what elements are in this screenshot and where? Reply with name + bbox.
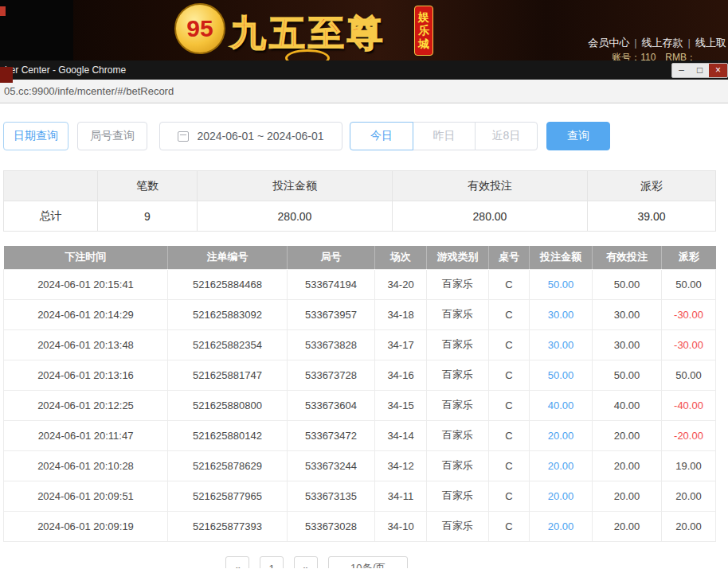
last8days-button[interactable]: 近8日: [475, 122, 538, 150]
table-header-cell: 桌号: [489, 246, 530, 269]
cell-time: 2024-06-01 20:13:48: [4, 329, 168, 360]
today-button[interactable]: 今日: [350, 122, 413, 150]
cell-time: 2024-06-01 20:13:16: [4, 360, 168, 390]
summary-header-valid: 有效投注: [393, 171, 588, 201]
cell-amount[interactable]: 20.00: [530, 511, 593, 541]
maximize-button[interactable]: □: [691, 64, 709, 77]
cell-round: 533673957: [288, 299, 375, 329]
table-row: 2024-06-01 20:09:51521625877965533673135…: [4, 481, 716, 511]
cell-amount[interactable]: 30.00: [530, 299, 593, 329]
table-header-cell: 派彩: [662, 246, 716, 269]
cell-amount[interactable]: 20.00: [530, 481, 593, 511]
cell-amount[interactable]: 50.00: [530, 360, 593, 390]
nav-member-center[interactable]: 会员中心: [588, 37, 629, 49]
cell-payout: 50.00: [662, 269, 716, 299]
window-controls: – □ ×: [671, 63, 728, 78]
cell-bet_id: 521625877393: [168, 511, 288, 541]
round-query-button[interactable]: 局号查询: [77, 122, 147, 150]
table-header-cell: 投注金额: [530, 246, 593, 269]
summary-total-label: 总计: [4, 201, 98, 232]
site-logo-badge: 娱乐城: [414, 6, 433, 56]
cell-game: 百家乐: [427, 269, 489, 299]
cell-session: 34-17: [375, 329, 427, 360]
header-nav: 会员中心|线上存款|线上取: [588, 36, 726, 50]
casino-header: 95 九五至尊 娱乐城 会员中心|线上存款|线上取 账号：110 RMB：: [0, 0, 728, 62]
summary-total-row: 总计 9 280.00 280.00 39.00: [4, 201, 716, 232]
cell-bet_id: 521625880800: [168, 390, 288, 420]
page-size-select[interactable]: 10条/页: [328, 556, 408, 568]
cell-session: 34-11: [375, 481, 427, 511]
summary-header-amount: 投注金额: [198, 171, 393, 201]
cell-valid: 30.00: [593, 299, 662, 329]
table-row: 2024-06-01 20:14:29521625883092533673957…: [4, 299, 716, 329]
cell-payout: 19.00: [662, 450, 716, 481]
cell-amount[interactable]: 40.00: [530, 390, 593, 420]
nav-deposit[interactable]: 线上存款: [642, 37, 683, 49]
cell-table_no: C: [489, 299, 530, 329]
cell-round: 533673028: [288, 511, 375, 541]
window-title-bar[interactable]: ber Center - Google Chrome – □ ×: [0, 60, 728, 80]
cell-bet_id: 521625877965: [168, 481, 288, 511]
header-left-panel: [0, 0, 73, 62]
quick-range-group: 今日 昨日 近8日: [350, 122, 538, 150]
cell-session: 34-18: [375, 299, 427, 329]
cell-bet_id: 521625878629: [168, 450, 288, 481]
url-text: 05.cc:9900/infe/mcenter/#/betRecord: [4, 85, 174, 97]
minimize-button[interactable]: –: [672, 64, 691, 77]
cell-payout: -30.00: [662, 299, 716, 329]
cell-session: 34-12: [375, 450, 427, 481]
cell-time: 2024-06-01 20:10:28: [4, 450, 168, 481]
search-button[interactable]: 查询: [546, 122, 610, 150]
cell-table_no: C: [489, 481, 530, 511]
cell-amount[interactable]: 50.00: [530, 269, 593, 299]
cell-payout: 20.00: [662, 481, 716, 511]
next-page-button[interactable]: »: [294, 556, 318, 568]
red-marker: [0, 6, 6, 16]
cell-game: 百家乐: [427, 420, 489, 450]
cell-valid: 20.00: [593, 481, 662, 511]
cell-valid: 20.00: [593, 420, 662, 450]
cell-bet_id: 521625884468: [168, 269, 288, 299]
cell-time: 2024-06-01 20:12:25: [4, 390, 168, 420]
cell-amount[interactable]: 20.00: [530, 420, 593, 450]
page-number-button[interactable]: 1: [260, 556, 284, 568]
cell-round: 533673135: [288, 481, 375, 511]
nav-withdraw[interactable]: 线上取: [695, 37, 726, 49]
table-row: 2024-06-01 20:15:41521625884468533674194…: [4, 269, 716, 299]
cell-amount[interactable]: 30.00: [530, 329, 593, 360]
date-range-input[interactable]: 2024-06-01 ~ 2024-06-01: [159, 122, 342, 150]
cell-payout: -30.00: [662, 329, 716, 360]
cell-game: 百家乐: [427, 299, 489, 329]
cell-table_no: C: [489, 450, 530, 481]
cell-game: 百家乐: [427, 360, 489, 390]
nav-separator: |: [688, 37, 691, 49]
cell-payout: -20.00: [662, 420, 716, 450]
date-range-value: 2024-06-01 ~ 2024-06-01: [197, 130, 323, 142]
coin-logo-icon: 95: [174, 3, 225, 54]
cell-session: 34-10: [375, 511, 427, 541]
cell-round: 533673472: [288, 420, 375, 450]
cell-round: 533673604: [288, 390, 375, 420]
table-row: 2024-06-01 20:13:16521625881747533673728…: [4, 360, 716, 390]
address-bar[interactable]: 05.cc:9900/infe/mcenter/#/betRecord: [0, 80, 728, 103]
desktop: 95 九五至尊 娱乐城 会员中心|线上存款|线上取 账号：110 RMB： be…: [0, 0, 728, 569]
cell-valid: 50.00: [593, 269, 662, 299]
bet-records-table: 下注时间注单编号局号场次游戏类别桌号投注金额有效投注派彩 2024-06-01 …: [3, 246, 716, 542]
yesterday-button[interactable]: 昨日: [413, 122, 476, 150]
cell-bet_id: 521625883092: [168, 299, 288, 329]
cell-amount[interactable]: 20.00: [530, 450, 593, 481]
cell-time: 2024-06-01 20:11:47: [4, 420, 168, 450]
cell-payout: 20.00: [662, 511, 716, 541]
cell-session: 34-15: [375, 390, 427, 420]
close-button[interactable]: ×: [709, 64, 727, 77]
summary-header-row: 笔数 投注金额 有效投注 派彩: [4, 171, 716, 201]
prev-page-button[interactable]: «: [225, 556, 249, 568]
bet-table-body: 2024-06-01 20:15:41521625884468533674194…: [4, 269, 716, 541]
cell-game: 百家乐: [427, 390, 489, 420]
cell-round: 533674194: [288, 269, 375, 299]
cell-session: 34-20: [375, 269, 427, 299]
cell-bet_id: 521625882354: [168, 329, 288, 360]
cell-table_no: C: [489, 511, 530, 541]
date-query-button[interactable]: 日期查询: [3, 122, 68, 150]
window-title: ber Center - Google Chrome: [5, 64, 126, 76]
